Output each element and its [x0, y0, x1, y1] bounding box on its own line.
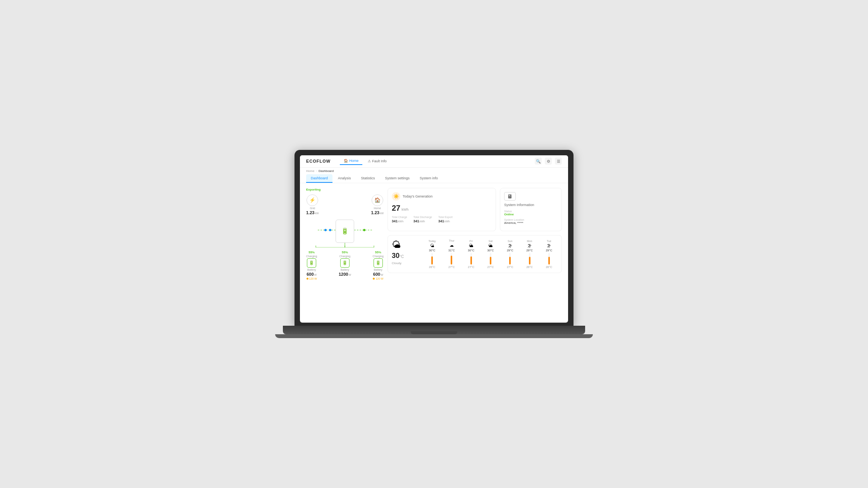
- forecast-4-bar-wrap: [509, 253, 511, 265]
- tab-analysis[interactable]: Analysis: [333, 174, 356, 183]
- battery-1: 55% Charging 🔋 Battery 600 W: [306, 251, 317, 280]
- forecast-2-low: 27°C: [468, 265, 474, 269]
- forecast-6-bar-wrap: [548, 253, 550, 265]
- tab-system-settings[interactable]: System settings: [381, 174, 415, 183]
- battery-3: 55% Charging 🔋 Battery 600 W: [373, 251, 384, 280]
- battery-3-value: 600: [373, 272, 380, 277]
- gen-stat-0-unit: kWh: [398, 220, 403, 223]
- battery-3-icon: 🔋: [374, 258, 383, 268]
- nav-fault-label: Fault Info: [372, 159, 387, 163]
- forecast-day-6: Tue 🌫 29°C 26°C: [541, 240, 558, 269]
- forecast-2-high: 30°C: [468, 249, 474, 252]
- gen-stat-1-unit: kWh: [420, 220, 425, 223]
- forecast-5-label: Mon: [527, 240, 532, 242]
- logo: ECOFLOW: [306, 159, 331, 163]
- nav-tab-fault[interactable]: ⚠ Fault Info: [364, 157, 391, 165]
- content-tabs: Dashboard Analysis Statistics System set…: [300, 174, 568, 183]
- forecast-6-high: 29°C: [546, 249, 552, 252]
- battery-3-sub: 120 W: [373, 277, 383, 280]
- weather-forecast: Today 🌤 30°C 26°C Thur ☁ 31°C 27°C Fri 🌥…: [424, 239, 558, 269]
- forecast-0-high: 30°C: [429, 249, 436, 252]
- location-label: System Location: [504, 218, 558, 221]
- inverter-node: 🔋: [336, 220, 354, 243]
- tab-statistics[interactable]: Statistics: [356, 174, 380, 183]
- svg-point-9: [363, 229, 365, 231]
- forecast-2-icon: 🌥: [469, 243, 473, 248]
- status-label: Status: [504, 210, 558, 213]
- laptop-shell: ECOFLOW 🏠 Home ⚠ Fault Info 🔍 ⚙: [294, 150, 574, 339]
- forecast-5-bar-wrap: [529, 253, 530, 265]
- battery-2-unit: W: [348, 273, 351, 276]
- home-node: 🏠 Home 1.23 kW: [371, 194, 384, 215]
- grid-label: Grid: [310, 207, 315, 210]
- forecast-2-label: Fri: [470, 240, 473, 242]
- forecast-4-icon: 🌫: [508, 243, 512, 248]
- grid-unit: kW: [315, 212, 319, 215]
- battery-2-label: Battery: [341, 268, 349, 271]
- forecast-4-high: 29°C: [507, 249, 513, 252]
- laptop-chin: [275, 334, 593, 338]
- battery-2: 55% Charging 🔋 Battery 1200 W: [339, 251, 351, 280]
- forecast-1-bar: [451, 256, 452, 265]
- forecast-6-bar: [548, 257, 550, 265]
- weather-current: 🌤 30 °C Cloudy: [392, 239, 419, 269]
- tab-dashboard[interactable]: Dashboard: [306, 174, 332, 183]
- settings-icon[interactable]: ⚙: [545, 158, 552, 165]
- forecast-1-icon: ☁: [450, 243, 454, 248]
- sysinfo-icon: 🖥: [504, 192, 516, 201]
- breadcrumb-home[interactable]: Home: [306, 169, 314, 173]
- laptop-base: [283, 326, 585, 334]
- forecast-2-bar: [470, 256, 472, 265]
- forecast-day-5: Mon 🌫 29°C 26°C: [521, 240, 538, 269]
- forecast-4-low: 27°C: [507, 265, 513, 269]
- tab-system-info[interactable]: System info: [415, 174, 443, 183]
- fault-nav-icon: ⚠: [368, 159, 371, 163]
- forecast-0-label: Today: [429, 240, 436, 242]
- battery-2-icon: 🔋: [340, 258, 350, 268]
- header-icons: 🔍 ⚙ ☰: [535, 158, 562, 165]
- battery-1-label: Battery: [307, 268, 316, 271]
- forecast-day-2: Fri 🌥 30°C 27°C: [463, 240, 480, 269]
- home-value: 1.23: [371, 210, 379, 215]
- generation-panel: ☀️ Today's Generation 27 kWh Total Char: [388, 188, 496, 231]
- breadcrumb-separator: ›: [316, 169, 317, 173]
- search-icon[interactable]: 🔍: [535, 158, 542, 165]
- forecast-4-bar: [509, 257, 511, 265]
- screen: ECOFLOW 🏠 Home ⚠ Fault Info 🔍 ⚙: [300, 155, 568, 323]
- forecast-2-bar-wrap: [470, 253, 472, 265]
- nav-tab-home[interactable]: 🏠 Home: [340, 157, 362, 165]
- forecast-3-high: 30°C: [487, 249, 494, 252]
- battery-1-charging: Charging: [306, 255, 317, 258]
- inverter-icon: 🔋: [341, 227, 349, 235]
- forecast-6-low: 26°C: [546, 265, 552, 269]
- menu-icon[interactable]: ☰: [555, 158, 562, 165]
- battery-2-charging: Charging: [339, 255, 350, 258]
- forecast-5-high: 29°C: [526, 249, 533, 252]
- svg-point-10: [329, 229, 331, 231]
- forecast-0-bar-wrap: [431, 253, 433, 265]
- forecast-1-label: Thur: [449, 239, 454, 242]
- weather-desc: Cloudy: [392, 261, 419, 265]
- forecast-1-low: 27°C: [448, 265, 455, 269]
- battery-1-sub: 120 W: [307, 277, 317, 280]
- forecast-3-bar: [490, 257, 491, 265]
- app-header: ECOFLOW 🏠 Home ⚠ Fault Info 🔍 ⚙: [300, 155, 568, 168]
- nav-home-label: Home: [349, 159, 358, 163]
- gen-stat-2-value: 341: [438, 219, 444, 223]
- battery-3-charging: Charging: [373, 255, 384, 258]
- forecast-day-4: Sun 🌫 29°C 27°C: [501, 240, 518, 269]
- battery-2-value: 1200: [339, 272, 348, 277]
- right-top: ☀️ Today's Generation 27 kWh Total Char: [388, 188, 562, 231]
- grid-icon: ⚡: [307, 194, 318, 206]
- forecast-4-label: Sun: [508, 240, 512, 242]
- breadcrumb-current: Dashboard: [319, 169, 334, 173]
- home-unit: kW: [380, 212, 384, 215]
- generation-stats: Total Charge 341 kWh Total Discharge: [392, 216, 492, 223]
- weather-panel: 🌤 30 °C Cloudy Today 🌤 30°C: [388, 235, 562, 273]
- forecast-1-high: 31°C: [448, 249, 455, 252]
- flow-diagram: 🔋: [306, 217, 384, 247]
- battery-3-label: Battery: [374, 268, 382, 271]
- app-container: ECOFLOW 🏠 Home ⚠ Fault Info 🔍 ⚙: [300, 155, 568, 323]
- forecast-6-label: Tue: [547, 240, 551, 242]
- forecast-5-low: 26°C: [526, 265, 533, 269]
